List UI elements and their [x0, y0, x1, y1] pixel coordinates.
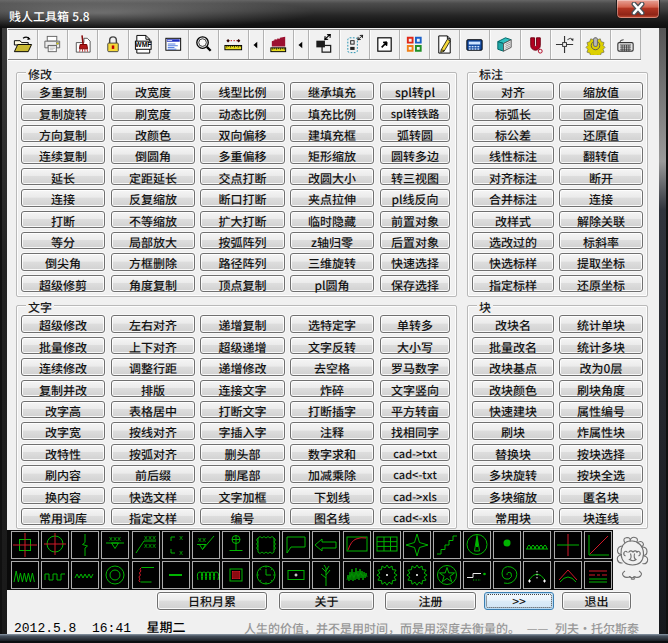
- svg-text:xxx: xxx: [143, 534, 156, 542]
- svg-text:x: x: [179, 549, 183, 557]
- svg-text:xx: xx: [198, 536, 206, 544]
- svg-text:xxx: xxx: [109, 535, 122, 543]
- svg-text:WMF: WMF: [135, 41, 151, 48]
- svg-text:x: x: [179, 534, 183, 542]
- svg-text:xxx: xxx: [143, 542, 156, 550]
